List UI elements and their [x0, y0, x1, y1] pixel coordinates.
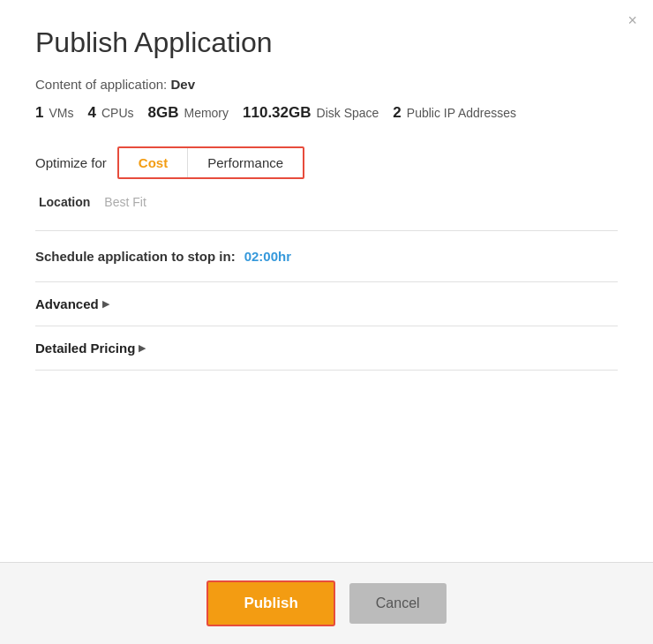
- stat-cpus-value: 4: [87, 104, 95, 122]
- optimize-row: Optimize for Cost Performance: [35, 146, 618, 179]
- schedule-label: Schedule application to stop in:: [35, 249, 236, 264]
- detailed-pricing-chevron: ▶: [139, 342, 146, 354]
- schedule-row: Schedule application to stop in: 02:00hr: [35, 249, 618, 264]
- app-name: Dev: [170, 77, 195, 92]
- app-content-label: Content of application:: [35, 77, 167, 92]
- advanced-section[interactable]: Advanced ▶: [35, 281, 618, 326]
- dialog-footer: Publish Cancel: [0, 562, 653, 644]
- advanced-label: Advanced: [35, 296, 99, 311]
- stat-ip-value: 2: [393, 104, 401, 122]
- publish-dialog: × Publish Application Content of applica…: [0, 0, 653, 644]
- dialog-body: Publish Application Content of applicati…: [0, 0, 653, 562]
- stat-cpus-label: CPUs: [101, 106, 134, 120]
- stat-memory-value: 8GB: [148, 104, 179, 122]
- location-row: Location Best Fit: [39, 195, 618, 209]
- detailed-pricing-label: Detailed Pricing: [35, 341, 135, 356]
- stat-vms-value: 1: [35, 104, 43, 122]
- app-stats: 1 VMs 4 CPUs 8GB Memory 110.32GB Disk Sp…: [35, 104, 618, 122]
- stat-ip-label: Public IP Addresses: [407, 106, 516, 120]
- close-button[interactable]: ×: [627, 12, 637, 28]
- optimize-toggle-group: Cost Performance: [117, 146, 304, 179]
- divider-1: [35, 230, 618, 231]
- stat-memory-label: Memory: [184, 106, 229, 120]
- schedule-value: 02:00hr: [244, 249, 291, 264]
- optimize-label: Optimize for: [35, 155, 107, 170]
- advanced-chevron: ▶: [102, 298, 109, 310]
- stat-vms-label: VMs: [49, 106, 73, 120]
- stat-disk-label: Disk Space: [317, 106, 379, 120]
- dialog-title: Publish Application: [35, 26, 618, 59]
- optimize-cost-button[interactable]: Cost: [119, 148, 188, 177]
- location-label: Location: [39, 195, 90, 209]
- stat-disk-value: 110.32GB: [243, 104, 311, 122]
- detailed-pricing-section[interactable]: Detailed Pricing ▶: [35, 326, 618, 371]
- location-value: Best Fit: [104, 195, 146, 209]
- publish-button[interactable]: Publish: [206, 580, 334, 626]
- optimize-performance-button[interactable]: Performance: [188, 148, 303, 177]
- cancel-button[interactable]: Cancel: [349, 583, 447, 624]
- app-content-row: Content of application: Dev: [35, 77, 618, 92]
